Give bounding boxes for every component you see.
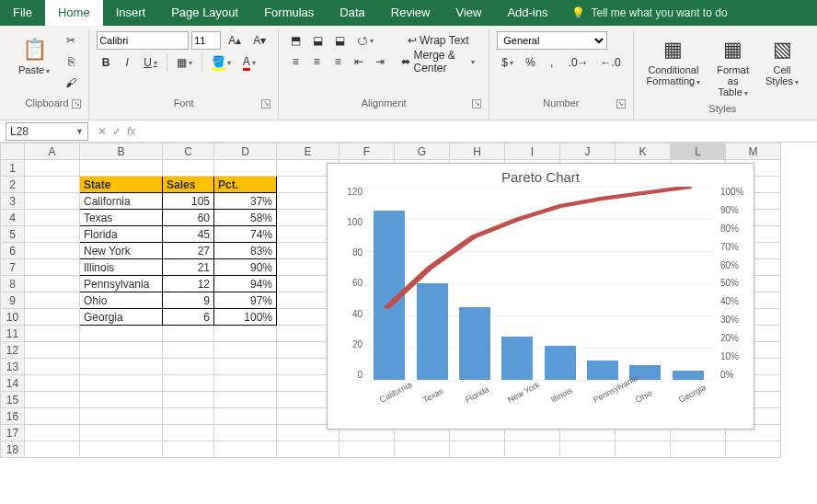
cell-B18[interactable] (80, 441, 163, 458)
row-header-17[interactable]: 17 (1, 425, 25, 441)
cell-D4[interactable]: 58% (214, 210, 277, 226)
cell-A2[interactable] (25, 177, 80, 193)
cell-B9[interactable]: Ohio (80, 292, 163, 309)
cell-A3[interactable] (25, 193, 80, 210)
tab-home[interactable]: Home (45, 0, 103, 26)
pareto-chart[interactable]: Pareto Chart 120100806040200 100%90%80%7… (327, 163, 754, 430)
row-header-5[interactable]: 5 (1, 226, 25, 243)
row-header-9[interactable]: 9 (1, 292, 25, 309)
tab-view[interactable]: View (443, 0, 494, 26)
cell-M18[interactable] (726, 441, 781, 458)
tab-file[interactable]: File (0, 0, 45, 26)
cell-B14[interactable] (80, 375, 163, 392)
decrease-decimal-button[interactable]: ←.0 (596, 53, 626, 72)
tab-data[interactable]: Data (327, 0, 377, 26)
col-header-B[interactable]: B (80, 143, 163, 160)
fill-color-button[interactable]: 🪣 (207, 53, 236, 72)
accept-formula-icon[interactable]: ✓ (112, 125, 121, 138)
align-bottom-button[interactable]: ⬓ (330, 31, 350, 50)
paste-button[interactable]: 📋 Paste (13, 31, 55, 79)
cell-A10[interactable] (25, 309, 80, 326)
col-header-C[interactable]: C (163, 143, 214, 160)
row-header-4[interactable]: 4 (1, 210, 25, 226)
clipboard-launcher[interactable]: ↘ (72, 99, 81, 109)
orientation-button[interactable]: ⭯ (352, 31, 378, 50)
cell-A13[interactable] (25, 359, 80, 375)
cell-C18[interactable] (163, 441, 214, 458)
row-header-18[interactable]: 18 (1, 441, 25, 458)
row-header-8[interactable]: 8 (1, 276, 25, 292)
cell-C6[interactable]: 27 (163, 243, 214, 259)
increase-font-button[interactable]: A▴ (224, 31, 246, 50)
cell-I18[interactable] (505, 441, 560, 458)
col-header-I[interactable]: I (505, 143, 560, 160)
cell-B3[interactable]: California (80, 193, 163, 210)
cell-D13[interactable] (214, 359, 277, 375)
formula-input[interactable] (141, 122, 817, 141)
cell-A7[interactable] (25, 259, 80, 276)
cell-D18[interactable] (214, 441, 277, 458)
accounting-format-button[interactable]: $ (497, 53, 518, 72)
cell-A18[interactable] (25, 441, 80, 458)
font-color-button[interactable]: A (238, 53, 260, 72)
cell-A14[interactable] (25, 375, 80, 392)
cell-G18[interactable] (395, 441, 450, 458)
cell-D11[interactable] (214, 326, 277, 342)
cell-C1[interactable] (163, 160, 214, 177)
cell-E18[interactable] (277, 441, 339, 458)
number-format-select[interactable]: General (497, 31, 607, 50)
cell-B4[interactable]: Texas (80, 210, 163, 226)
select-all-cell[interactable] (1, 143, 25, 160)
tell-me-search[interactable]: 💡 Tell me what you want to do (560, 0, 817, 26)
borders-button[interactable]: ▦ (172, 53, 197, 72)
tab-insert[interactable]: Insert (103, 0, 159, 26)
alignment-launcher[interactable]: ↘ (472, 99, 481, 109)
name-box[interactable]: L28 ▼ (6, 122, 88, 141)
cell-A9[interactable] (25, 292, 80, 309)
col-header-E[interactable]: E (277, 143, 339, 160)
increase-decimal-button[interactable]: .0→ (564, 53, 593, 72)
tab-formulas[interactable]: Formulas (251, 0, 327, 26)
row-header-12[interactable]: 12 (1, 342, 25, 359)
row-header-2[interactable]: 2 (1, 177, 25, 193)
format-painter-button[interactable]: 🖌 (61, 74, 81, 92)
cell-D8[interactable]: 94% (214, 276, 277, 292)
cell-F18[interactable] (339, 441, 395, 458)
increase-indent-button[interactable]: ⇥ (371, 52, 389, 71)
tab-page-layout[interactable]: Page Layout (158, 0, 251, 26)
cell-D17[interactable] (214, 425, 277, 441)
cell-D7[interactable]: 90% (214, 259, 277, 276)
conditional-formatting-button[interactable]: ▦Conditional Formatting (641, 31, 707, 90)
cell-C8[interactable]: 12 (163, 276, 214, 292)
cell-D6[interactable]: 83% (214, 243, 277, 259)
cell-B13[interactable] (80, 359, 163, 375)
cell-C12[interactable] (163, 342, 214, 359)
cell-D9[interactable]: 97% (214, 292, 277, 309)
cell-B11[interactable] (80, 326, 163, 342)
cell-C10[interactable]: 6 (163, 309, 214, 326)
cell-K18[interactable] (616, 441, 671, 458)
cell-B7[interactable]: Illinois (80, 259, 163, 276)
row-header-15[interactable]: 15 (1, 392, 25, 408)
col-header-L[interactable]: L (671, 143, 726, 160)
cell-B16[interactable] (80, 408, 163, 425)
cell-C13[interactable] (163, 359, 214, 375)
row-header-6[interactable]: 6 (1, 243, 25, 259)
format-as-table-button[interactable]: ▦Format as Table (711, 31, 754, 101)
underline-button[interactable]: U (139, 53, 162, 72)
cell-A6[interactable] (25, 243, 80, 259)
row-header-3[interactable]: 3 (1, 193, 25, 210)
cell-A5[interactable] (25, 226, 80, 243)
cell-C16[interactable] (163, 408, 214, 425)
row-header-13[interactable]: 13 (1, 359, 25, 375)
cell-H18[interactable] (450, 441, 505, 458)
row-header-14[interactable]: 14 (1, 375, 25, 392)
row-header-16[interactable]: 16 (1, 408, 25, 425)
cell-B17[interactable] (80, 425, 163, 441)
col-header-K[interactable]: K (616, 143, 671, 160)
cell-A1[interactable] (25, 160, 80, 177)
col-header-D[interactable]: D (214, 143, 277, 160)
font-launcher[interactable]: ↘ (261, 99, 270, 109)
cell-C5[interactable]: 45 (163, 226, 214, 243)
fx-icon[interactable]: fx (127, 125, 135, 138)
